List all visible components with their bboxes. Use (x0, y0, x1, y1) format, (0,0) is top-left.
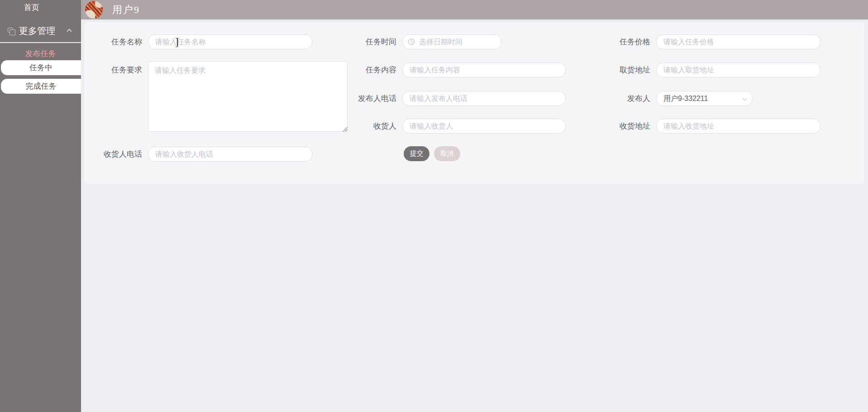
header-bar: 用户9 (81, 0, 868, 19)
sidebar: 首页 更多管理 发布任务 任务中 完成任务 (0, 0, 81, 412)
user-avatar[interactable] (85, 1, 103, 19)
consignee-phone-input[interactable] (148, 147, 312, 162)
task-requirement-label: 任务要求 (85, 62, 142, 77)
pickup-address-input[interactable] (656, 62, 820, 77)
task-content-label: 任务内容 (306, 62, 396, 77)
task-content-input[interactable] (402, 62, 566, 77)
task-form-card: 任务名称 任务时间 任务价格 任务要求 任务内容 取货地址 发布人电话 发布人 … (85, 22, 864, 184)
cancel-button[interactable]: 取消 (434, 146, 460, 161)
publisher-label: 发布人 (560, 91, 650, 106)
publisher-select[interactable]: 用户9-332211 (656, 91, 753, 106)
pickup-address-label: 取货地址 (560, 62, 650, 77)
sidebar-item-home[interactable]: 首页 (0, 1, 81, 14)
publisher-phone-label: 发布人电话 (306, 91, 396, 106)
task-price-input[interactable] (656, 34, 820, 49)
sidebar-item-more-management[interactable]: 更多管理 (0, 24, 81, 38)
publisher-phone-input[interactable] (402, 91, 566, 106)
task-time-date-input[interactable] (402, 34, 501, 49)
sidebar-item-completed-task[interactable]: 完成任务 (1, 79, 81, 94)
submit-button[interactable]: 提交 (404, 146, 429, 161)
task-price-label: 任务价格 (560, 34, 650, 49)
copy-icon (8, 28, 13, 33)
consignee-label: 收货人 (306, 119, 396, 134)
sidebar-item-publish-task[interactable]: 发布任务 (0, 49, 81, 59)
task-name-input[interactable] (148, 34, 312, 49)
chevron-up-icon (67, 29, 72, 34)
sidebar-item-label: 更多管理 (19, 24, 55, 38)
delivery-address-label: 收货地址 (560, 119, 650, 134)
consignee-input[interactable] (402, 119, 566, 134)
task-name-label: 任务名称 (85, 34, 142, 49)
publisher-select-value: 用户9-332211 (657, 91, 752, 105)
sidebar-item-task-in-progress[interactable]: 任务中 (1, 60, 81, 75)
username-text: 用户9 (112, 0, 140, 19)
consignee-phone-label: 收货人电话 (85, 147, 142, 162)
delivery-address-input[interactable] (656, 119, 820, 134)
task-time-label: 任务时间 (306, 34, 396, 49)
sidebar-divider (0, 42, 81, 43)
